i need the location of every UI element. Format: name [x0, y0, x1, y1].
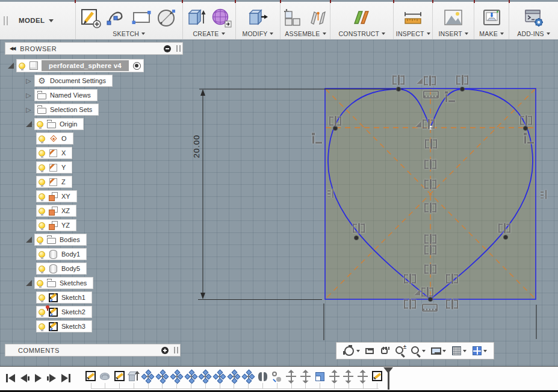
visibility-bulb-icon[interactable] — [39, 266, 45, 272]
step-back-button[interactable] — [20, 371, 29, 385]
tree-row-yz[interactable]: YZ — [5, 218, 183, 232]
scripts-addins-icon[interactable] — [522, 5, 546, 30]
timeline-feature-move[interactable] — [243, 370, 254, 383]
press-pull-icon[interactable] — [246, 5, 270, 30]
grid-tool[interactable] — [450, 346, 468, 356]
tree-row-o[interactable]: O — [5, 131, 183, 146]
go-to-start-button[interactable] — [6, 371, 15, 385]
perpendicular-constraint-icon[interactable] — [524, 136, 534, 144]
extrude-icon[interactable] — [184, 5, 208, 30]
toolbar-menu-make[interactable]: MAKE — [479, 30, 504, 37]
timeline-feature-move[interactable] — [214, 370, 225, 383]
equal-constraint-icon[interactable] — [327, 189, 333, 198]
expander-closed-icon[interactable]: ▷ — [23, 92, 34, 99]
toolbar-grip[interactable] — [4, 16, 8, 25]
tangent-constraint-icon[interactable] — [353, 223, 365, 234]
sketch-point[interactable] — [523, 126, 527, 130]
equal-constraint-icon[interactable] — [541, 190, 547, 199]
display-tool[interactable] — [430, 347, 447, 355]
viewport-canvas[interactable]: 20.00 ◀◀ BROWSER perforated_sphere v4 — [0, 40, 558, 366]
visibility-bulb-icon[interactable] — [39, 150, 45, 157]
visibility-bulb-icon[interactable] — [19, 63, 25, 69]
timeline-feature-move-gray[interactable] — [329, 370, 340, 383]
timeline-feature-move-gray[interactable] — [343, 370, 354, 383]
timeline-feature-move-gray[interactable] — [357, 370, 368, 383]
tree-row-y[interactable]: Y — [5, 160, 183, 175]
tree-row-sketches[interactable]: Sketches — [5, 276, 183, 290]
timeline-feature-move[interactable] — [185, 370, 197, 383]
toolbar-menu-sketch[interactable]: SKETCH — [113, 30, 145, 37]
visibility-bulb-icon[interactable] — [39, 179, 45, 185]
tree-row-xz[interactable]: XZ — [5, 204, 183, 218]
tangent-constraint-icon[interactable] — [329, 116, 341, 126]
sketch-point[interactable] — [460, 87, 464, 91]
tangent-constraint-icon[interactable] — [424, 245, 436, 255]
sketch-point[interactable] — [333, 126, 337, 130]
rectangle-icon[interactable] — [129, 5, 153, 30]
expander-icon[interactable] — [5, 63, 16, 69]
tree-row-z[interactable]: Z — [5, 175, 183, 189]
tangent-constraint-icon[interactable] — [446, 299, 458, 310]
timeline-feature-copy[interactable] — [271, 370, 282, 383]
toolbar-menu-construct[interactable]: CONSTRUCT — [339, 30, 386, 37]
tangent-constraint-icon[interactable] — [456, 75, 468, 86]
tangent-constraint-icon[interactable] — [392, 75, 405, 86]
zoom-tool[interactable]: ± — [394, 346, 406, 356]
visibility-bulb-icon[interactable] — [39, 294, 45, 301]
tangent-constraint-icon[interactable] — [520, 116, 532, 126]
visibility-bulb-icon[interactable] — [39, 222, 45, 229]
joint-icon[interactable] — [306, 5, 330, 30]
comments-grip[interactable] — [174, 347, 178, 353]
timeline-feature-extrude[interactable] — [128, 370, 139, 383]
visibility-bulb-icon[interactable] — [39, 135, 45, 142]
tree-row-body1[interactable]: Body1 — [5, 247, 183, 261]
tree-row-sketch1[interactable]: Sketch1 — [5, 290, 183, 305]
step-forward-button[interactable] — [47, 371, 56, 385]
visibility-bulb-icon[interactable] — [39, 208, 45, 214]
visibility-bulb-icon[interactable] — [37, 237, 43, 243]
perpendicular-constraint-icon[interactable] — [445, 95, 455, 102]
add-comment-icon[interactable] — [161, 347, 169, 354]
fix-tangent-constraint-icon[interactable] — [417, 76, 436, 86]
tree-row-root[interactable]: perforated_sphere v4 — [5, 58, 183, 73]
expander-closed-icon[interactable]: ▷ — [23, 107, 34, 113]
tangent-constraint-icon[interactable] — [424, 160, 436, 170]
visibility-bulb-icon[interactable] — [39, 323, 45, 330]
timeline-feature-sketch[interactable] — [114, 370, 125, 383]
timeline-feature-move[interactable] — [142, 370, 153, 383]
tangent-constraint-icon[interactable] — [424, 179, 436, 190]
toolbar-menu-modify[interactable]: MODIFY — [242, 30, 273, 37]
timeline-feature-sketch[interactable] — [85, 370, 96, 383]
tree-row-bodies[interactable]: Bodies — [5, 232, 183, 247]
timeline-feature-move-gray[interactable] — [285, 370, 297, 383]
browser-grip[interactable] — [176, 45, 181, 52]
construct-plane-icon[interactable] — [350, 5, 374, 30]
toolbar-menu-inspect[interactable]: INSPECT — [396, 30, 430, 37]
new-component-icon[interactable] — [281, 5, 305, 30]
tree-row-document-settings[interactable]: ▷⚙Document Settings — [5, 73, 183, 88]
insert-image-icon[interactable] — [441, 5, 465, 30]
visibility-bulb-icon[interactable] — [39, 164, 45, 171]
toolbar-menu-add-ins[interactable]: ADD-INS — [517, 30, 550, 37]
timeline-feature-sketch[interactable] — [371, 370, 383, 383]
collapse-panel-icon[interactable]: ◀◀ — [10, 46, 14, 51]
activate-component-radio[interactable] — [133, 62, 141, 70]
tangent-constraint-icon[interactable] — [424, 234, 436, 244]
tree-row-body5[interactable]: Body5 — [5, 261, 183, 276]
go-to-end-button[interactable] — [61, 371, 70, 385]
tree-row-xy[interactable]: XY — [5, 189, 183, 204]
tangent-constraint-icon[interactable] — [446, 274, 458, 284]
expander-open-icon[interactable] — [23, 237, 34, 243]
workspace-dropdown[interactable]: MODEL — [19, 17, 54, 24]
pan-tool[interactable] — [378, 346, 391, 356]
fix-tangent-constraint-icon[interactable] — [414, 287, 433, 297]
timeline-feature-move[interactable] — [199, 370, 211, 383]
sketch-point[interactable] — [396, 87, 400, 91]
visibility-bulb-icon[interactable] — [39, 309, 45, 316]
tree-row-named-views[interactable]: ▷Named Views — [5, 88, 183, 102]
sketch-point[interactable] — [503, 235, 507, 239]
orbit-tool[interactable] — [342, 345, 361, 357]
visibility-bulb-icon[interactable] — [37, 280, 43, 287]
circle-icon[interactable] — [155, 5, 179, 30]
dimension-value[interactable]: 20.00 — [192, 135, 201, 158]
